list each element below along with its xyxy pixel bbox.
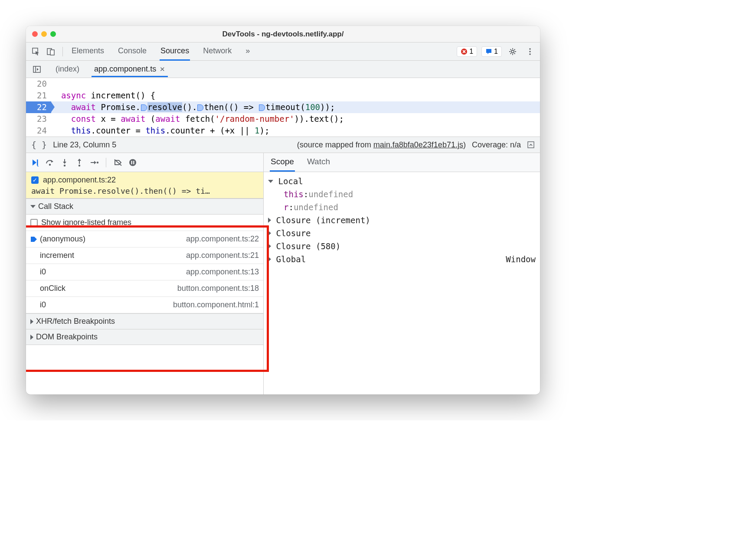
resume-icon[interactable] [30, 158, 40, 167]
code-editor[interactable]: 20 21 async increment() { 22 await Promi… [26, 78, 540, 137]
call-stack-header[interactable]: Call Stack [26, 199, 263, 215]
chevron-right-icon [30, 319, 33, 324]
step-over-icon[interactable] [45, 158, 55, 167]
separator [62, 47, 63, 56]
code-line: const x = await (await fetch('/random-nu… [51, 113, 540, 125]
show-ignored-label: Show ignore-listed frames [41, 218, 131, 227]
frame-function: onClick [40, 284, 65, 293]
show-ignored-frames-row[interactable]: Show ignore-listed frames [26, 215, 263, 231]
editor-status-bar: { } Line 23, Column 5 (source mapped fro… [26, 137, 540, 153]
frame-function: (anonymous) [40, 234, 85, 244]
deactivate-breakpoints-icon[interactable] [113, 158, 123, 167]
close-window-button[interactable] [32, 31, 38, 37]
scope-var-this[interactable]: this: undefined [264, 188, 540, 201]
minimize-window-button[interactable] [41, 31, 47, 37]
code-line: async increment() { [51, 90, 540, 101]
inspect-element-icon[interactable] [29, 45, 43, 58]
close-tab-icon[interactable]: ✕ [160, 65, 165, 73]
svg-point-13 [79, 164, 80, 166]
issues-count: 1 [494, 48, 498, 55]
tab-elements[interactable]: Elements [71, 42, 105, 61]
tab-network[interactable]: Network [202, 42, 232, 61]
source-map-link[interactable]: main.fa8bfa0e23f1eb71.js [373, 140, 463, 149]
line-number[interactable]: 21 [26, 90, 51, 101]
call-stack-frame[interactable]: incrementapp.component.ts:21 [26, 247, 263, 264]
message-icon [485, 48, 492, 55]
call-stack-frame[interactable]: (anonymous)app.component.ts:22 [26, 231, 263, 247]
tab-overflow[interactable]: » [245, 42, 251, 61]
breakpoint-label[interactable]: app.component.ts:22 [43, 176, 116, 185]
tab-console[interactable]: Console [117, 42, 147, 61]
line-number[interactable]: 22 [26, 101, 51, 113]
svg-rect-10 [37, 160, 38, 166]
file-tab-index[interactable]: (index) [53, 61, 82, 77]
step-into-icon[interactable] [60, 158, 69, 167]
call-stack-frame[interactable]: i0app.component.ts:13 [26, 264, 263, 280]
section-label: Call Stack [38, 202, 73, 211]
debugger-left-pane: ✓ app.component.ts:22 await Promise.reso… [26, 153, 264, 394]
kebab-menu-icon[interactable] [524, 45, 537, 58]
breakpoint-preview: await Promise.resolve().then(() => ti… [31, 186, 258, 195]
pause-on-exceptions-icon[interactable] [128, 158, 137, 167]
line-number[interactable]: 24 [26, 125, 51, 137]
line-number[interactable]: 20 [26, 78, 51, 90]
svg-point-14 [97, 161, 98, 163]
cursor-position: Line 23, Column 5 [53, 140, 116, 150]
tab-scope[interactable]: Scope [270, 153, 295, 172]
scope-var-r[interactable]: r: undefined [264, 201, 540, 214]
svg-point-7 [529, 53, 531, 55]
call-stack-frame[interactable]: i0button.component.html:1 [26, 297, 263, 313]
titlebar: DevTools - ng-devtools.netlify.app/ [26, 26, 540, 42]
svg-rect-2 [50, 50, 54, 55]
step-icon[interactable] [89, 158, 99, 167]
scope-closure-increment[interactable]: Closure (increment) [264, 214, 540, 227]
scope-list: Local this: undefined r: undefined Closu… [264, 172, 540, 268]
step-out-icon[interactable] [75, 158, 84, 167]
panel-tabs: Elements Console Sources Network » [71, 42, 251, 61]
error-count: 1 [469, 48, 473, 55]
debugger-toolbar [26, 153, 263, 172]
expand-icon[interactable] [527, 141, 535, 149]
breakpoint-checkbox[interactable]: ✓ [31, 176, 39, 184]
file-tab-app-component[interactable]: app.component.ts ✕ [92, 61, 168, 77]
tab-sources[interactable]: Sources [160, 42, 190, 61]
line-number[interactable]: 23 [26, 113, 51, 125]
scope-watch-tabs: Scope Watch [264, 153, 540, 172]
tab-watch[interactable]: Watch [306, 153, 331, 172]
svg-point-12 [64, 164, 65, 166]
section-label: DOM Breakpoints [36, 332, 98, 342]
scope-local[interactable]: Local [264, 175, 540, 188]
error-badge[interactable]: 1 [457, 46, 477, 57]
settings-icon[interactable] [506, 45, 519, 58]
checkbox-empty[interactable] [30, 219, 38, 226]
chevron-right-icon [268, 257, 271, 262]
svg-point-5 [529, 48, 531, 50]
code-line [51, 78, 540, 90]
show-navigator-icon[interactable] [30, 63, 43, 76]
scope-global[interactable]: GlobalWindow [264, 253, 540, 266]
call-stack-frame[interactable]: onClickbutton.component.ts:18 [26, 280, 263, 297]
frame-location: button.component.ts:18 [177, 284, 259, 293]
chevron-right-icon [30, 335, 33, 340]
scope-global-value: Window [506, 253, 536, 266]
svg-point-6 [529, 51, 531, 52]
current-frame-icon [30, 236, 37, 242]
frame-location: app.component.ts:22 [186, 234, 259, 244]
scope-closure-580[interactable]: Closure (580) [264, 240, 540, 253]
toolbar-right: 1 1 [457, 45, 537, 58]
scope-closure[interactable]: Closure [264, 227, 540, 240]
dom-breakpoints-header[interactable]: DOM Breakpoints [26, 329, 263, 345]
paused-breakpoint-box: ✓ app.component.ts:22 await Promise.reso… [26, 172, 263, 199]
frame-location: button.component.html:1 [173, 300, 259, 309]
device-toolbar-icon[interactable] [44, 45, 57, 58]
svg-rect-16 [131, 161, 132, 164]
xhr-breakpoints-header[interactable]: XHR/fetch Breakpoints [26, 313, 263, 329]
maximize-window-button[interactable] [50, 31, 56, 37]
pretty-print-icon[interactable]: { } [31, 140, 47, 150]
separator [106, 158, 106, 167]
code-line: this.counter = this.counter + (+x || 1); [51, 125, 540, 137]
section-label: XHR/fetch Breakpoints [36, 317, 115, 326]
svg-point-4 [511, 50, 514, 53]
frame-function: increment [40, 251, 74, 260]
issues-badge[interactable]: 1 [481, 46, 502, 57]
